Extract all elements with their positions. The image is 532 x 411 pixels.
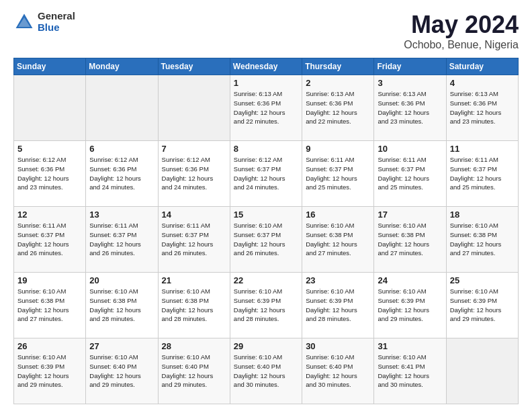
day-number: 17 <box>378 210 442 220</box>
calendar-cell: 14Sunrise: 6:11 AM Sunset: 6:37 PM Dayli… <box>158 207 230 273</box>
day-number: 4 <box>450 78 515 88</box>
day-info: Sunrise: 6:10 AM Sunset: 6:39 PM Dayligh… <box>17 353 82 390</box>
day-info: Sunrise: 6:10 AM Sunset: 6:38 PM Dayligh… <box>89 287 154 324</box>
calendar-cell: 9Sunrise: 6:11 AM Sunset: 6:37 PM Daylig… <box>302 141 374 207</box>
logo-general: General <box>38 11 75 22</box>
calendar-cell: 11Sunrise: 6:11 AM Sunset: 6:37 PM Dayli… <box>446 141 518 207</box>
calendar-cell <box>86 75 158 141</box>
day-number: 6 <box>89 144 154 154</box>
day-number: 14 <box>162 210 226 220</box>
day-info: Sunrise: 6:10 AM Sunset: 6:39 PM Dayligh… <box>450 287 515 324</box>
day-number: 30 <box>306 341 370 351</box>
calendar-cell: 31Sunrise: 6:10 AM Sunset: 6:41 PM Dayli… <box>374 338 446 404</box>
day-number: 15 <box>234 210 298 220</box>
calendar-cell <box>14 75 86 141</box>
day-info: Sunrise: 6:13 AM Sunset: 6:36 PM Dayligh… <box>234 89 298 126</box>
day-number: 29 <box>234 341 298 351</box>
calendar-cell <box>446 338 518 404</box>
day-number: 2 <box>306 78 370 88</box>
day-number: 5 <box>17 144 82 154</box>
logo-text: General Blue <box>38 11 75 33</box>
calendar-cell: 10Sunrise: 6:11 AM Sunset: 6:37 PM Dayli… <box>374 141 446 207</box>
day-number: 16 <box>306 210 370 220</box>
day-info: Sunrise: 6:13 AM Sunset: 6:36 PM Dayligh… <box>306 89 370 126</box>
calendar-cell: 2Sunrise: 6:13 AM Sunset: 6:36 PM Daylig… <box>302 75 374 141</box>
day-number: 22 <box>234 275 298 285</box>
day-number: 28 <box>162 341 226 351</box>
day-info: Sunrise: 6:10 AM Sunset: 6:40 PM Dayligh… <box>234 353 298 390</box>
day-info: Sunrise: 6:10 AM Sunset: 6:40 PM Dayligh… <box>306 353 370 390</box>
day-number: 9 <box>306 144 370 154</box>
sub-title: Ochobo, Benue, Nigeria <box>404 39 519 51</box>
calendar-cell: 7Sunrise: 6:12 AM Sunset: 6:36 PM Daylig… <box>158 141 230 207</box>
day-info: Sunrise: 6:11 AM Sunset: 6:37 PM Dayligh… <box>306 155 370 192</box>
day-info: Sunrise: 6:11 AM Sunset: 6:37 PM Dayligh… <box>162 221 226 258</box>
calendar-cell: 21Sunrise: 6:10 AM Sunset: 6:38 PM Dayli… <box>158 273 230 338</box>
calendar-cell: 3Sunrise: 6:13 AM Sunset: 6:36 PM Daylig… <box>374 75 446 141</box>
day-info: Sunrise: 6:10 AM Sunset: 6:39 PM Dayligh… <box>306 287 370 324</box>
day-info: Sunrise: 6:10 AM Sunset: 6:40 PM Dayligh… <box>162 353 226 390</box>
day-number: 1 <box>234 78 298 88</box>
day-number: 18 <box>450 210 515 220</box>
weekday-header: Sunday <box>14 58 86 75</box>
calendar-cell: 29Sunrise: 6:10 AM Sunset: 6:40 PM Dayli… <box>230 338 302 404</box>
day-number: 20 <box>89 275 154 285</box>
calendar-cell: 20Sunrise: 6:10 AM Sunset: 6:38 PM Dayli… <box>86 273 158 338</box>
weekday-header: Tuesday <box>158 58 230 75</box>
day-number: 7 <box>162 144 226 154</box>
day-info: Sunrise: 6:10 AM Sunset: 6:41 PM Dayligh… <box>378 353 442 390</box>
calendar-cell: 26Sunrise: 6:10 AM Sunset: 6:39 PM Dayli… <box>14 338 86 404</box>
day-number: 27 <box>89 341 154 351</box>
calendar-cell: 19Sunrise: 6:10 AM Sunset: 6:38 PM Dayli… <box>14 273 86 338</box>
calendar-cell: 27Sunrise: 6:10 AM Sunset: 6:40 PM Dayli… <box>86 338 158 404</box>
page: General Blue May 2024 Ochobo, Benue, Nig… <box>0 0 532 411</box>
day-number: 19 <box>17 275 82 285</box>
calendar-cell: 17Sunrise: 6:10 AM Sunset: 6:38 PM Dayli… <box>374 207 446 273</box>
weekday-header: Wednesday <box>230 58 302 75</box>
calendar-cell: 23Sunrise: 6:10 AM Sunset: 6:39 PM Dayli… <box>302 273 374 338</box>
calendar-cell <box>158 75 230 141</box>
logo: General Blue <box>13 11 75 33</box>
day-info: Sunrise: 6:10 AM Sunset: 6:39 PM Dayligh… <box>234 287 298 324</box>
day-info: Sunrise: 6:11 AM Sunset: 6:37 PM Dayligh… <box>450 155 515 192</box>
day-info: Sunrise: 6:10 AM Sunset: 6:40 PM Dayligh… <box>89 353 154 390</box>
calendar-cell: 22Sunrise: 6:10 AM Sunset: 6:39 PM Dayli… <box>230 273 302 338</box>
day-number: 10 <box>378 144 442 154</box>
main-title: May 2024 <box>404 11 519 39</box>
day-info: Sunrise: 6:12 AM Sunset: 6:36 PM Dayligh… <box>17 155 82 192</box>
calendar-cell: 12Sunrise: 6:11 AM Sunset: 6:37 PM Dayli… <box>14 207 86 273</box>
day-info: Sunrise: 6:10 AM Sunset: 6:38 PM Dayligh… <box>306 221 370 258</box>
day-number: 23 <box>306 275 370 285</box>
calendar-cell: 30Sunrise: 6:10 AM Sunset: 6:40 PM Dayli… <box>302 338 374 404</box>
calendar-cell: 4Sunrise: 6:13 AM Sunset: 6:36 PM Daylig… <box>446 75 518 141</box>
day-info: Sunrise: 6:11 AM Sunset: 6:37 PM Dayligh… <box>378 155 442 192</box>
day-info: Sunrise: 6:10 AM Sunset: 6:38 PM Dayligh… <box>378 221 442 258</box>
day-number: 24 <box>378 275 442 285</box>
calendar-table: SundayMondayTuesdayWednesdayThursdayFrid… <box>13 58 519 404</box>
day-info: Sunrise: 6:12 AM Sunset: 6:37 PM Dayligh… <box>234 155 298 192</box>
calendar-cell: 15Sunrise: 6:10 AM Sunset: 6:37 PM Dayli… <box>230 207 302 273</box>
day-info: Sunrise: 6:10 AM Sunset: 6:38 PM Dayligh… <box>450 221 515 258</box>
calendar-cell: 6Sunrise: 6:12 AM Sunset: 6:36 PM Daylig… <box>86 141 158 207</box>
title-block: May 2024 Ochobo, Benue, Nigeria <box>404 11 519 51</box>
day-number: 3 <box>378 78 442 88</box>
day-info: Sunrise: 6:10 AM Sunset: 6:39 PM Dayligh… <box>378 287 442 324</box>
logo-icon <box>13 11 35 33</box>
calendar-cell: 25Sunrise: 6:10 AM Sunset: 6:39 PM Dayli… <box>446 273 518 338</box>
day-info: Sunrise: 6:11 AM Sunset: 6:37 PM Dayligh… <box>89 221 154 258</box>
header: General Blue May 2024 Ochobo, Benue, Nig… <box>13 11 519 51</box>
day-info: Sunrise: 6:13 AM Sunset: 6:36 PM Dayligh… <box>450 89 515 126</box>
day-info: Sunrise: 6:10 AM Sunset: 6:38 PM Dayligh… <box>17 287 82 324</box>
day-number: 21 <box>162 275 226 285</box>
day-info: Sunrise: 6:12 AM Sunset: 6:36 PM Dayligh… <box>89 155 154 192</box>
day-info: Sunrise: 6:11 AM Sunset: 6:37 PM Dayligh… <box>17 221 82 258</box>
day-number: 12 <box>17 210 82 220</box>
calendar-cell: 28Sunrise: 6:10 AM Sunset: 6:40 PM Dayli… <box>158 338 230 404</box>
weekday-header: Monday <box>86 58 158 75</box>
calendar-cell: 5Sunrise: 6:12 AM Sunset: 6:36 PM Daylig… <box>14 141 86 207</box>
day-number: 8 <box>234 144 298 154</box>
weekday-header: Friday <box>374 58 446 75</box>
logo-blue: Blue <box>38 22 75 34</box>
day-info: Sunrise: 6:13 AM Sunset: 6:36 PM Dayligh… <box>378 89 442 126</box>
calendar-cell: 16Sunrise: 6:10 AM Sunset: 6:38 PM Dayli… <box>302 207 374 273</box>
